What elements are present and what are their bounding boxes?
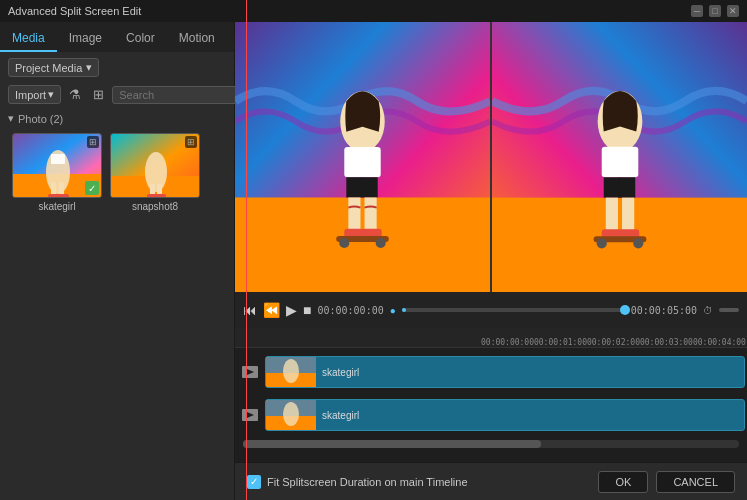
svg-rect-35	[622, 198, 634, 234]
track-1-clip[interactable]: skategirl	[265, 356, 745, 388]
svg-rect-32	[604, 177, 620, 197]
preview-left	[235, 22, 490, 292]
timeline-track-2: skategirl	[235, 395, 747, 435]
window-controls: ─ □ ✕	[691, 5, 739, 17]
preview-right	[490, 22, 747, 292]
svg-point-45	[283, 359, 299, 383]
preview-area	[235, 22, 747, 292]
svg-point-10	[145, 152, 167, 192]
fit-checkbox[interactable]: ✓	[247, 475, 261, 489]
minimize-button[interactable]: ─	[691, 5, 703, 17]
clip-1-thumb	[266, 357, 316, 387]
import-button[interactable]: Import ▾	[8, 85, 61, 104]
svg-rect-29	[492, 198, 747, 292]
media-grid: ⊞ ✓ skategirl	[0, 129, 234, 216]
play-button[interactable]: ▶	[286, 302, 297, 318]
tab-motion[interactable]: Motion	[167, 26, 227, 52]
tab-color[interactable]: Color	[114, 26, 167, 52]
stop-button[interactable]: ■	[303, 302, 311, 318]
svg-rect-33	[619, 177, 635, 197]
ruler-mark-2: 00:00:02:00	[587, 338, 640, 347]
svg-rect-20	[361, 177, 377, 197]
media-toolbar: Import ▾ ⚗ ⊞ 🔍	[0, 83, 234, 108]
media-thumb-snapshot8: ⊞	[110, 133, 200, 198]
track-2-label: skategirl	[316, 410, 365, 421]
timeline-area: 00:00:00:00 00:00:01:00 00:00:02:00 00:0…	[235, 328, 747, 462]
project-media-row: Project Media ▾	[0, 52, 234, 83]
playback-controls: ⏮ ⏪ ▶ ■ 00:00:00:00 ● 00:00:05:00 ⏱	[235, 292, 747, 328]
tab-image[interactable]: Image	[57, 26, 114, 52]
bottom-bar: ✓ Fit Splitscreen Duration on main Timel…	[235, 462, 747, 500]
svg-rect-18	[344, 147, 380, 177]
svg-rect-21	[348, 197, 360, 232]
svg-point-50	[283, 402, 299, 426]
svg-rect-6	[57, 194, 69, 198]
timeline-ruler: 00:00:00:00 00:00:01:00 00:00:02:00 00:0…	[235, 328, 747, 348]
project-media-dropdown[interactable]: Project Media ▾	[8, 58, 99, 77]
progress-track[interactable]	[402, 308, 625, 312]
svg-rect-19	[346, 177, 362, 197]
svg-point-27	[376, 238, 386, 248]
progress-handle[interactable]	[620, 305, 630, 315]
scrollbar-thumb[interactable]	[243, 440, 541, 448]
svg-point-26	[339, 238, 349, 248]
ruler-mark-4: 00:00:04:00	[693, 338, 746, 347]
filter-icon[interactable]: ⚗	[65, 85, 85, 104]
timeline-scrollbar[interactable]	[243, 440, 739, 448]
left-panel: Media Image Color Motion Project Media ▾…	[0, 22, 235, 500]
media-item-snapshot8[interactable]: ⊞ snapshot8	[110, 133, 200, 212]
track-2-clip[interactable]: skategirl	[265, 399, 745, 431]
tab-media[interactable]: Media	[0, 26, 57, 52]
step-back-button[interactable]: ⏪	[263, 302, 280, 318]
video-track-2-icon	[240, 405, 260, 425]
window-title: Advanced Split Screen Edit	[8, 5, 141, 17]
clip-2-thumb	[266, 400, 316, 430]
media-badge-skategirl: ⊞	[87, 136, 99, 148]
grid-icon[interactable]: ⊞	[89, 85, 108, 104]
bottom-buttons: OK CANCEL	[598, 471, 735, 493]
media-section-header: ▾ Photo (2)	[0, 108, 234, 129]
media-badge-snapshot8: ⊞	[185, 136, 197, 148]
svg-rect-7	[51, 154, 65, 164]
media-item-skategirl[interactable]: ⊞ ✓ skategirl	[12, 133, 102, 212]
cancel-button[interactable]: CANCEL	[656, 471, 735, 493]
ruler-marks-container: 00:00:00:00 00:00:01:00 00:00:02:00 00:0…	[235, 328, 747, 347]
track-1-icon	[235, 362, 265, 382]
project-media-label: Project Media	[15, 62, 82, 74]
track-2-content: skategirl	[265, 397, 747, 433]
playhead	[246, 0, 247, 500]
ruler-mark-3: 00:00:03:00	[640, 338, 693, 347]
time-dot-icon: ●	[390, 305, 396, 316]
main-container: Media Image Color Motion Project Media ▾…	[0, 22, 747, 500]
svg-rect-22	[365, 197, 377, 232]
timeline-tracks: skategirl	[235, 348, 747, 462]
svg-point-40	[633, 238, 643, 248]
ruler-mark-0: 00:00:00:00	[481, 338, 534, 347]
preview-left-image	[235, 22, 490, 292]
fit-checkbox-row: ✓ Fit Splitscreen Duration on main Timel…	[247, 475, 468, 489]
progress-fill	[402, 308, 406, 312]
end-time-display: 00:00:05:00	[631, 305, 697, 316]
current-time-display: 00:00:00:00	[317, 305, 383, 316]
media-checkmark-skategirl: ✓	[85, 181, 99, 195]
chevron-down-icon: ▾	[86, 61, 92, 74]
close-button[interactable]: ✕	[727, 5, 739, 17]
video-track-icon	[240, 362, 260, 382]
ok-button[interactable]: OK	[598, 471, 648, 493]
duration-track	[719, 308, 739, 312]
track-1-content: skategirl	[265, 354, 747, 390]
preview-right-image	[492, 22, 747, 292]
maximize-button[interactable]: □	[709, 5, 721, 17]
svg-rect-31	[602, 147, 639, 177]
clip-1-thumb-image	[266, 357, 316, 388]
svg-rect-16	[235, 197, 490, 292]
svg-rect-14	[155, 194, 166, 198]
duration-icon: ⏱	[703, 305, 713, 316]
track-1-label: skategirl	[316, 367, 365, 378]
ruler-mark-1: 00:00:01:00	[534, 338, 587, 347]
collapse-icon: ▾	[8, 112, 14, 125]
timeline-track-1: skategirl	[235, 352, 747, 392]
fit-label: Fit Splitscreen Duration on main Timelin…	[267, 476, 468, 488]
clip-2-thumb-image	[266, 400, 316, 431]
import-chevron-icon: ▾	[48, 88, 54, 101]
